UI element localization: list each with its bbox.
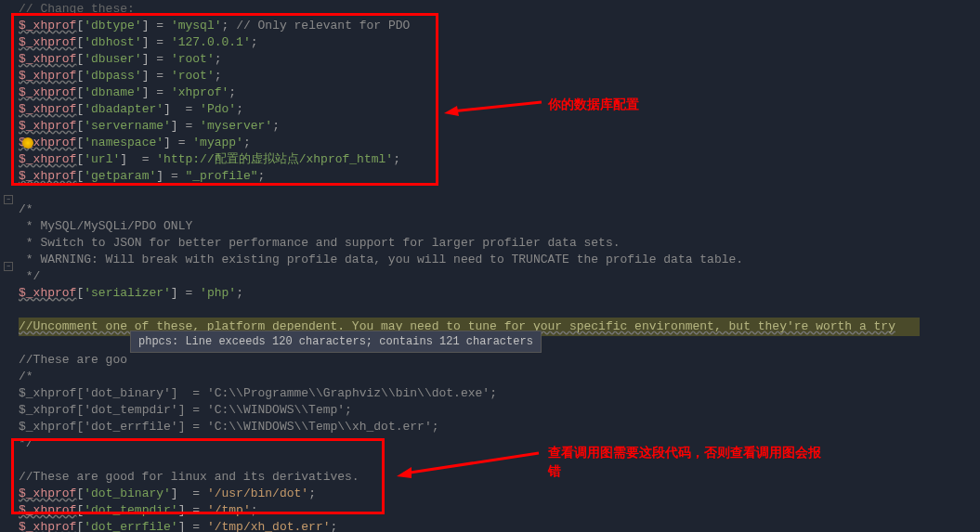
annotation-text: 你的数据库配置 <box>548 95 639 114</box>
svg-line-2 <box>404 453 539 474</box>
code-line: $_xhprof['servername'] = 'myserver'; <box>19 117 980 134</box>
code-line: /* <box>19 368 980 384</box>
blank-line <box>19 301 980 318</box>
code-line: //These are goo <box>19 351 980 368</box>
code-line: * WARNING: Will break with existing prof… <box>19 251 980 267</box>
fold-icon[interactable]: − <box>4 262 13 271</box>
svg-marker-3 <box>397 467 412 478</box>
blank-line <box>19 184 980 201</box>
code-line: $_xhprof['dot_errfile'] = '/tmp/xh_dot.e… <box>19 518 980 532</box>
code-line: */ <box>19 267 980 284</box>
annotation-text: 查看调用图需要这段代码，否则查看调用图会报错 <box>548 444 827 480</box>
code-line: * MySQL/MySQLi/PDO ONLY <box>19 217 980 234</box>
svg-line-0 <box>451 102 542 111</box>
code-line: * Switch to JSON for better performance … <box>19 234 980 251</box>
code-line: $_xhprof['serializer'] = 'php'; <box>19 284 980 301</box>
code-line: $_xhprof['dot_tempdir'] = 'C:\\WINDOWS\\… <box>19 401 980 418</box>
code-line: $_xhprof['dot_binary'] = 'C:\\Programme\… <box>19 384 980 401</box>
code-line: $_xhprof['getparam'] = "_profile"; <box>19 167 980 184</box>
code-line: /* <box>19 201 980 217</box>
code-line: $_xhprof['dbtype'] = 'mysql'; // Only re… <box>19 17 980 33</box>
code-line: $_xhprof['dbhost'] = '127.0.0.1'; <box>19 33 980 50</box>
code-line: $_xhprof['dbpass'] = 'root'; <box>19 67 980 84</box>
code-line: $_xhprof['namespace'] = 'myapp'; <box>19 134 980 150</box>
arrow-icon <box>444 91 546 119</box>
code-line: $_xhprof['dot_errfile'] = 'C:\\WINDOWS\\… <box>19 418 980 435</box>
lint-tooltip: phpcs: Line exceeds 120 characters; cont… <box>130 331 542 353</box>
code-line: $_xhprof['dot_tempdir'] = '/tmp'; <box>19 501 980 518</box>
code-line: $_xhprof['url'] = 'http://配置的虚拟站点/xhprof… <box>19 150 980 167</box>
lightbulb-icon[interactable] <box>22 137 33 149</box>
editor-gutter: − − <box>0 0 17 532</box>
code-line: $_xhprof['dot_binary'] = '/usr/bin/dot'; <box>19 485 980 501</box>
code-line: // Change these: <box>19 0 980 17</box>
arrow-icon <box>395 446 543 483</box>
fold-icon[interactable]: − <box>4 195 13 204</box>
svg-marker-1 <box>444 106 459 116</box>
code-line: $_xhprof['dbuser'] = 'root'; <box>19 50 980 67</box>
